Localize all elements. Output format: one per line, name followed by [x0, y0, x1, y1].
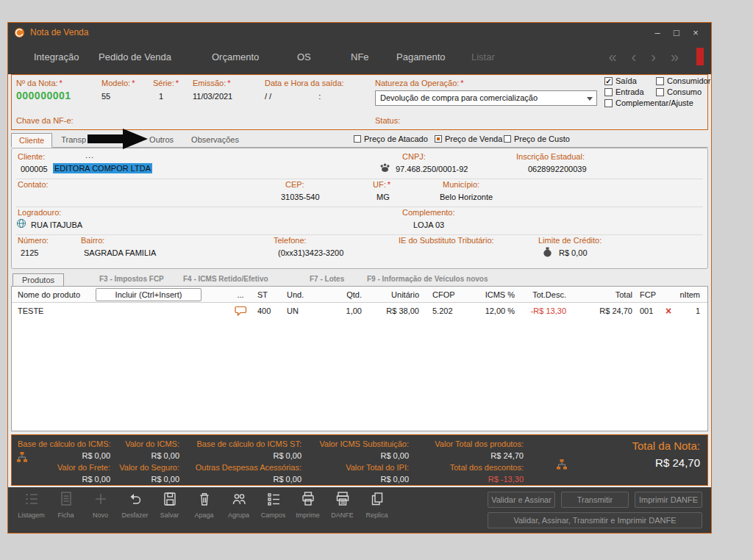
modelo-label: Modelo:: [101, 79, 130, 87]
record-navigation: « ‹ › »: [608, 48, 704, 65]
cliente-nome-value[interactable]: EDITORA COMPOR LTDA: [53, 163, 152, 173]
logradouro-value: RUA ITAJUBA: [31, 220, 82, 229]
next-record-icon[interactable]: ›: [651, 49, 656, 65]
complemento-label: Complemento:: [402, 208, 455, 217]
menu-pedido-de-venda[interactable]: Pedido de Venda: [99, 51, 171, 62]
tab-produtos[interactable]: Produtos: [13, 273, 64, 286]
col-desc-header: Tot.Desc.: [519, 287, 566, 303]
checkbox-checked-icon: ✓: [604, 77, 613, 85]
undo-icon: [127, 490, 143, 508]
main-tabs: Cliente Transp Outros Observações Preço …: [11, 132, 708, 148]
note-header-panel: Nº da Nota:* 000000001 Modelo:* 55 Série…: [11, 74, 708, 130]
cell-fcp: 001: [640, 303, 659, 319]
menu-orcamento[interactable]: Orçamento: [212, 51, 259, 62]
numero-nota-label: Nº da Nota:: [16, 79, 58, 87]
modelo-value[interactable]: 55: [101, 92, 135, 101]
comment-icon[interactable]: [231, 303, 250, 319]
chave-nfe-label: Chave da NF-e:: [16, 116, 74, 125]
toolbar-imprime-button[interactable]: Imprime: [290, 490, 325, 519]
globe-icon: [16, 218, 26, 230]
col-und-header: Und.: [287, 287, 316, 303]
plus-icon: [93, 490, 109, 508]
field-data-saida: Data e Hora da saída: / / :: [265, 79, 344, 101]
field-chave-nfe: Chave da NF-e:: [16, 116, 74, 125]
col-dots-header: ...: [231, 287, 250, 303]
tab-cliente[interactable]: Cliente: [11, 133, 52, 148]
toolbar-desfazer-button[interactable]: Desfazer: [118, 490, 152, 519]
menu-integracao[interactable]: Integração: [34, 51, 79, 62]
checkbox-entrada[interactable]: Entrada: [604, 87, 644, 96]
incluir-button[interactable]: Incluir (Ctrl+Insert): [96, 288, 201, 301]
total-value: R$ 0,00: [18, 450, 110, 462]
natureza-operacao-select[interactable]: Devolução de compra para comercialização: [375, 90, 597, 106]
hint-f3: F3 - Impostos FCP: [99, 275, 164, 283]
uf-value: MG: [376, 193, 390, 201]
serie-value[interactable]: 1: [153, 92, 179, 101]
cell-st: 400: [257, 303, 284, 319]
numero-label: Número:: [18, 236, 49, 245]
checkbox-saida[interactable]: ✓ Saída: [604, 76, 637, 85]
col-fcp-header: FCP: [640, 287, 659, 303]
validar-assinar-transmitir-imprimir-button[interactable]: Validar, Assinar, Transmitir e Imprimir …: [488, 512, 702, 528]
total-value: R$ 0,00: [115, 450, 179, 462]
menu-os[interactable]: OS: [297, 51, 311, 62]
toolbar-ficha-button: Ficha: [49, 490, 83, 519]
radio-preco-venda[interactable]: Preço de Venda: [435, 134, 502, 143]
last-record-icon[interactable]: »: [671, 49, 679, 65]
close-button[interactable]: ×: [686, 27, 705, 38]
toolbar-salvar-button[interactable]: Salvar: [152, 490, 187, 519]
cliente-codigo-value[interactable]: 000005: [21, 165, 48, 173]
emissao-value[interactable]: 11/03/2021: [193, 92, 232, 101]
toolbar-agrupa-button[interactable]: Agrupa: [221, 490, 256, 519]
checkbox-consumo-label: Consumo: [667, 87, 702, 96]
maximize-button[interactable]: □: [667, 27, 686, 38]
cep-label: CEP:: [285, 180, 304, 189]
toolbar-replica-button[interactable]: Replica: [360, 490, 394, 519]
first-record-icon[interactable]: «: [608, 49, 616, 65]
imprimir-danfe-button[interactable]: Imprimir DANFE: [635, 492, 702, 508]
data-saida-date-value[interactable]: / /: [265, 92, 271, 101]
toolbar-apaga-button[interactable]: Apaga: [187, 490, 221, 519]
limite-credito-value: R$ 0,00: [559, 248, 588, 257]
status-label: Status:: [375, 116, 400, 125]
totals-col-1: Base de cálculo do ICMS: R$ 0,00 Valor d…: [18, 438, 110, 485]
toolbar-campos-button[interactable]: Campos: [256, 490, 290, 519]
totals-col-3: Base de cálculo do ICMS ST: R$ 0,00 Outr…: [193, 438, 301, 485]
total-value: R$ 0,00: [193, 473, 301, 485]
cell-icms: 12,00 %: [469, 303, 515, 319]
transmitir-button[interactable]: Transmitir: [561, 492, 629, 508]
numero-nota-value[interactable]: 000000001: [16, 90, 71, 101]
grand-total-value: R$ 24,70: [632, 456, 700, 469]
complemento-value: LOJA 03: [413, 220, 444, 229]
field-numero-nota: Nº da Nota:* 000000001: [16, 79, 71, 101]
annotation-arrow: [88, 129, 149, 149]
menu-pagamento[interactable]: Pagamento: [396, 51, 446, 62]
checkbox-complementar-ajuste[interactable]: Complementar/Ajuste: [604, 98, 693, 107]
cliente-lookup-button[interactable]: ...: [85, 151, 94, 159]
radio-preco-custo[interactable]: Preço de Custo: [504, 134, 570, 143]
preco-custo-label: Preço de Custo: [514, 134, 570, 143]
printer-icon: [300, 490, 316, 508]
checkbox-consumidor[interactable]: Consumidor: [656, 76, 710, 85]
toolbar-danfe-button[interactable]: DANFE: [325, 490, 360, 519]
total-descontos-value: R$ -13,30: [422, 473, 524, 485]
totals-col-4: Valor ICMS Substituição: R$ 0,00 Valor T…: [306, 438, 409, 485]
municipio-value: Belo Horizonte: [440, 193, 493, 201]
total-label: Valor Total do IPI:: [306, 462, 409, 473]
checkbox-consumo[interactable]: Consumo: [656, 87, 702, 96]
minimize-button[interactable]: –: [648, 27, 667, 38]
prev-record-icon[interactable]: ‹: [632, 49, 637, 65]
app-icon: [14, 27, 25, 38]
grand-total-label: Total da Nota:: [632, 439, 700, 452]
col-cfop-header: CFOP: [432, 287, 466, 303]
delete-row-icon[interactable]: ×: [662, 303, 675, 319]
validar-assinar-button[interactable]: Validar e Assinar: [488, 492, 555, 508]
radio-icon: [504, 135, 511, 143]
table-row[interactable]: TESTE 400 UN 1,00 R$ 38,00 5.202 12,00 %…: [12, 303, 707, 319]
menu-nfe[interactable]: NFe: [351, 51, 369, 62]
tab-observacoes[interactable]: Observações: [182, 132, 248, 147]
data-saida-time-value[interactable]: :: [318, 92, 321, 101]
radio-preco-atacado[interactable]: Preço de Atacado: [354, 134, 428, 143]
cnpj-value: 97.468.250/0001-92: [396, 165, 468, 173]
required-mark: *: [176, 79, 179, 87]
